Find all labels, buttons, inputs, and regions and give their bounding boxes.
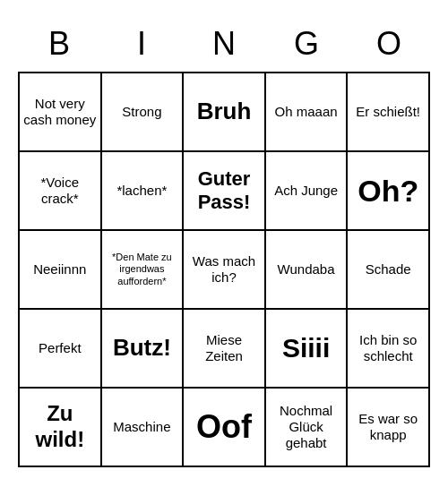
cell-1-3: Ach Junge (266, 152, 349, 231)
cell-2-4: Schade (348, 231, 430, 310)
cell-2-3: Wundaba (266, 231, 349, 310)
bingo-card: B I N G O Not very cash money Strong Bru… (9, 11, 439, 476)
title-letter-g: G (267, 25, 346, 63)
cell-3-1: Butz! (102, 310, 185, 389)
title-letter-b: B (20, 25, 99, 63)
cell-4-2: Oof (184, 389, 266, 467)
cell-3-2: Miese Zeiten (184, 310, 266, 389)
cell-4-0: Zu wild! (20, 389, 102, 467)
cell-0-1: Strong (102, 73, 185, 152)
cell-1-4: Oh? (348, 152, 430, 231)
title-letter-n: N (185, 25, 263, 63)
cell-3-3: Siiii (266, 310, 349, 389)
cell-0-4: Er schießt! (348, 73, 430, 152)
cell-1-1: *lachen* (102, 152, 185, 231)
cell-3-0: Perfekt (20, 310, 102, 389)
cell-4-3: Nochmal Glück gehabt (266, 389, 349, 467)
title-letter-o: O (349, 25, 428, 63)
cell-4-1: Maschine (102, 389, 185, 467)
cell-2-1: *Den Mate zu irgendwas auffordern* (102, 231, 185, 310)
cell-0-0: Not very cash money (20, 73, 102, 152)
cell-1-2: Guter Pass! (184, 152, 266, 231)
bingo-grid: Not very cash money Strong Bruh Oh maaan… (18, 72, 430, 467)
cell-1-0: *Voice crack* (20, 152, 102, 231)
cell-3-4: Ich bin so schlecht (348, 310, 430, 389)
cell-0-2: Bruh (184, 73, 266, 152)
bingo-title: B I N G O (18, 20, 430, 72)
cell-2-2: Was mach ich? (184, 231, 266, 310)
cell-0-3: Oh maaan (266, 73, 349, 152)
cell-2-0: Neeiinnn (20, 231, 102, 310)
cell-4-4: Es war so knapp (348, 389, 430, 467)
title-letter-i: I (102, 25, 181, 63)
